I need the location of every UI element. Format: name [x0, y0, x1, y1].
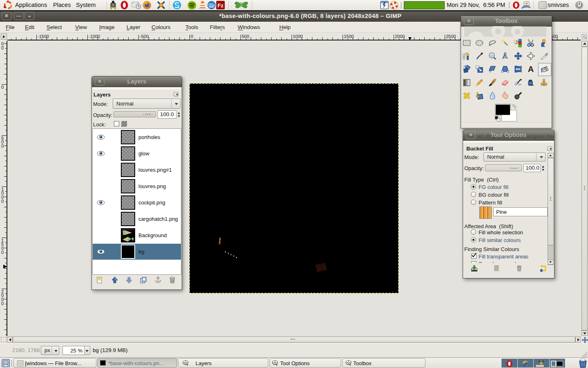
svg-text:Fz: Fz: [218, 2, 224, 9]
svg-text:A: A: [528, 65, 534, 74]
